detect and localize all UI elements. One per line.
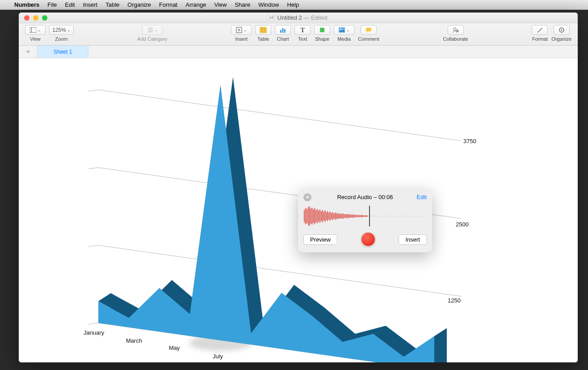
zoom-button[interactable]: 125%⌄ [49, 25, 74, 35]
preview-button[interactable]: Preview [303, 234, 337, 245]
text-button[interactable]: T [294, 25, 311, 35]
svg-rect-12 [260, 27, 266, 33]
organize-label: Organize [551, 36, 571, 42]
y-tick-1250: 1250 [448, 297, 461, 304]
y-tick-3750: 3750 [463, 138, 476, 145]
svg-point-29 [561, 30, 562, 31]
toolbar: ⌄ View 125%⌄ Zoom ⌄ Add Category ⌄ Inser… [19, 23, 578, 46]
svg-rect-1 [270, 16, 271, 19]
format-button[interactable] [532, 25, 548, 35]
shape-button[interactable] [314, 25, 330, 35]
sheet-name: Sheet 1 [54, 49, 72, 55]
table-button[interactable] [255, 25, 271, 35]
window-titlebar[interactable]: Untitled 2 — Edited [19, 13, 578, 23]
chart-button[interactable] [275, 25, 291, 35]
edit-recording-link[interactable]: Edit [417, 194, 427, 200]
menu-insert[interactable]: Insert [83, 1, 98, 8]
traffic-lights [19, 15, 47, 21]
zoom-value: 125% [52, 27, 66, 33]
macos-menubar: Numbers File Edit Insert Table Organize … [0, 0, 588, 10]
svg-line-37 [88, 323, 98, 324]
menu-format[interactable]: Format [159, 1, 177, 8]
sheet-tabs: ＋ Sheet 1 [19, 46, 578, 58]
close-window-button[interactable] [24, 15, 29, 21]
menu-share[interactable]: Share [235, 1, 250, 8]
svg-line-35 [88, 90, 98, 91]
svg-rect-3 [273, 16, 273, 19]
document-canvas[interactable]: 3750 2500 1250 January March May July Se… [19, 58, 578, 362]
svg-rect-18 [282, 28, 284, 33]
collaborate-button[interactable] [448, 25, 464, 35]
zoom-label: Zoom [55, 36, 67, 42]
media-icon [338, 26, 345, 34]
menu-arrange[interactable]: Arrange [185, 1, 206, 8]
x-tick-july: July [213, 353, 223, 360]
svg-rect-5 [31, 28, 37, 33]
organize-button[interactable] [554, 25, 570, 35]
media-label: Media [337, 36, 351, 42]
add-category-button[interactable]: ⌄ [142, 25, 163, 35]
collaborate-icon [452, 26, 459, 34]
menu-edit[interactable]: Edit [65, 1, 75, 8]
svg-line-30 [98, 245, 461, 296]
comment-icon [365, 26, 372, 34]
collaborate-label: Collaborate [443, 36, 468, 42]
svg-point-22 [340, 29, 341, 30]
svg-rect-20 [320, 28, 324, 32]
insert-label: Insert [235, 36, 248, 42]
view-icon [29, 26, 37, 34]
media-button[interactable]: ⌄ [334, 25, 354, 35]
svg-rect-17 [280, 30, 281, 33]
x-tick-march: March [126, 337, 142, 344]
app-window: Untitled 2 — Edited ⌄ View 125%⌄ Zoom ⌄ … [19, 13, 578, 362]
svg-line-34 [98, 90, 461, 141]
svg-rect-2 [271, 17, 272, 19]
menu-organize[interactable]: Organize [127, 1, 151, 8]
app-name[interactable]: Numbers [14, 1, 39, 8]
svg-point-24 [454, 28, 456, 30]
menu-window[interactable]: Window [258, 1, 279, 8]
shape-icon [319, 26, 326, 34]
add-sheet-button[interactable]: ＋ [19, 46, 38, 58]
popover-title: Record Audio – 00:06 [337, 194, 393, 200]
svg-rect-4 [29, 28, 31, 33]
document-status: Edited [311, 14, 328, 21]
comment-button[interactable] [361, 25, 377, 35]
view-button[interactable]: ⌄ [25, 25, 46, 35]
x-tick-september: September [247, 361, 275, 362]
organize-icon [558, 26, 565, 34]
view-label: View [30, 36, 41, 42]
x-tick-may: May [169, 344, 180, 351]
svg-rect-23 [366, 28, 371, 31]
list-icon [147, 26, 154, 34]
menu-view[interactable]: View [214, 1, 227, 8]
insert-button[interactable]: ⌄ [231, 25, 252, 35]
table-icon [260, 26, 267, 34]
text-label: Text [298, 36, 307, 42]
document-icon [269, 15, 274, 20]
waveform[interactable] [303, 204, 427, 228]
record-audio-popover: ✕ Record Audio – 00:06 Edit Preview Inse… [298, 189, 432, 252]
menu-file[interactable]: File [47, 1, 57, 8]
menu-help[interactable]: Help [287, 1, 299, 8]
sheet-tab-active[interactable]: Sheet 1 [38, 46, 88, 58]
y-tick-2500: 2500 [456, 221, 469, 228]
brush-icon [536, 26, 543, 34]
text-icon: T [300, 26, 305, 34]
record-button[interactable] [361, 232, 376, 247]
comment-label: Comment [358, 36, 379, 42]
svg-rect-21 [339, 27, 345, 33]
insert-icon [235, 26, 243, 34]
fullscreen-window-button[interactable] [42, 15, 47, 21]
close-popover-button[interactable]: ✕ [303, 193, 311, 201]
shape-label: Shape [315, 36, 329, 42]
menu-table[interactable]: Table [105, 1, 119, 8]
x-tick-january: January [84, 329, 104, 336]
document-title: Untitled 2 [277, 14, 302, 21]
table-label: Table [257, 36, 269, 42]
insert-recording-button[interactable]: Insert [399, 234, 427, 245]
minimize-window-button[interactable] [33, 15, 38, 21]
close-icon: ✕ [305, 194, 310, 200]
chart-icon [279, 26, 286, 34]
window-title: Untitled 2 — Edited [19, 14, 578, 21]
